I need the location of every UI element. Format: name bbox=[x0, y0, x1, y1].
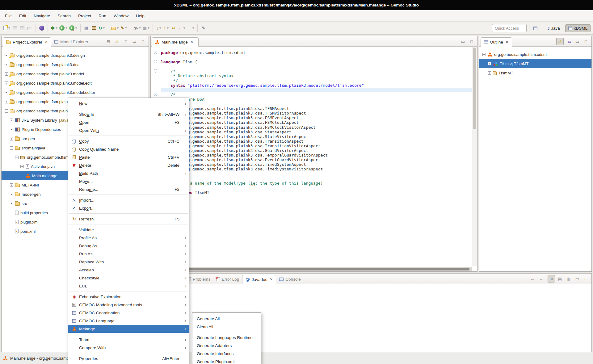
submenu-item-generate-adapters[interactable]: Generate Adapters bbox=[192, 341, 261, 349]
maximize-icon[interactable]: □ bbox=[139, 38, 147, 45]
tree-item[interactable]: +org.gemoc.sample.tfsm.plaink3.model bbox=[2, 69, 149, 78]
submenu-item-clean-all[interactable]: Clean All bbox=[192, 323, 261, 331]
minimize-icon[interactable]: ▭ bbox=[459, 38, 467, 45]
menu-item-copy-qualified-name[interactable]: Copy Qualified Name bbox=[68, 145, 189, 153]
debug-button[interactable]: ✱ bbox=[50, 24, 58, 32]
expander-icon[interactable]: + bbox=[488, 71, 491, 75]
tab-console[interactable]: Console bbox=[276, 274, 304, 284]
minimize-icon[interactable]: ▭ bbox=[574, 275, 581, 282]
menu-item-checkstyle[interactable]: Checkstyle› bbox=[68, 274, 189, 282]
expander-icon[interactable]: + bbox=[10, 119, 13, 122]
close-icon[interactable]: ✕ bbox=[506, 40, 509, 44]
menu-item-gemoc-modeling-advanced-tools[interactable]: MGEMOC Modeling advanced tools› bbox=[68, 301, 189, 309]
tab-javadoc[interactable]: @ Javadoc ✕ bbox=[242, 275, 276, 284]
fold-collapse-icon[interactable]: − bbox=[154, 69, 157, 73]
refresh-site-button[interactable]: ↻ bbox=[98, 24, 106, 32]
horizontal-scrollbar[interactable] bbox=[151, 267, 472, 271]
menu-item-delete[interactable]: ✖DeleteDelete bbox=[68, 161, 189, 169]
outline-item[interactable]: +TfsmMT bbox=[479, 68, 591, 77]
expander-icon[interactable]: + bbox=[488, 62, 491, 65]
link-with-editor-icon[interactable]: ⇄ bbox=[113, 38, 121, 45]
new-melange-project-button[interactable]: ▧ bbox=[83, 24, 90, 32]
menu-item-refresh[interactable]: ↻RefreshF5 bbox=[68, 215, 189, 223]
run-external-tools-button[interactable]: ▶ bbox=[69, 24, 78, 32]
forward-history-button[interactable]: → bbox=[187, 24, 195, 32]
expander-icon[interactable]: + bbox=[10, 202, 13, 205]
back-icon[interactable]: ← bbox=[529, 275, 536, 282]
submenu-item-generate-languages-runtime[interactable]: Generate Languages Runtime bbox=[192, 333, 261, 341]
expander-icon[interactable]: + bbox=[10, 183, 13, 187]
menubar-item-project[interactable]: Project bbox=[74, 10, 95, 21]
menu-item-acceleo[interactable]: Acceleo› bbox=[68, 266, 189, 274]
minimize-icon[interactable]: ▭ bbox=[574, 38, 581, 45]
new-wizard-button[interactable] bbox=[3, 24, 11, 32]
skip-breakpoints-button[interactable]: ≫ bbox=[133, 24, 141, 32]
forward-icon[interactable]: → bbox=[537, 275, 545, 282]
menu-item-compare-with[interactable]: Compare With› bbox=[68, 344, 189, 352]
view-menu-icon[interactable]: ▽ bbox=[122, 38, 129, 45]
close-icon[interactable]: ✕ bbox=[190, 40, 193, 44]
minimize-icon[interactable]: ▭ bbox=[131, 38, 138, 45]
collapse-all-icon[interactable]: ⊟ bbox=[105, 38, 112, 45]
maximize-icon[interactable]: □ bbox=[582, 38, 590, 45]
menu-item-team[interactable]: Team› bbox=[68, 336, 189, 344]
open-input-icon[interactable]: ▥ bbox=[565, 275, 572, 282]
tree-item[interactable]: +org.gemoc.sample.tfsm.plaink3.design bbox=[2, 51, 149, 60]
pin-editor-button[interactable]: ✎ bbox=[200, 24, 207, 32]
tab-error-log[interactable]: Error Log bbox=[213, 274, 242, 284]
menu-item-import[interactable]: ↘Import... bbox=[68, 196, 189, 204]
menu-item-new[interactable]: New› bbox=[68, 99, 189, 107]
grid-view-button[interactable]: ▦ bbox=[142, 24, 150, 32]
scrollbar-thumb[interactable] bbox=[152, 268, 469, 270]
edit-search-button[interactable]: ✎ bbox=[120, 24, 128, 32]
menu-item-open-with[interactable]: Open With› bbox=[68, 126, 189, 134]
fold-collapse-icon[interactable]: − bbox=[154, 93, 157, 96]
menu-item-replace-with[interactable]: Replace With› bbox=[68, 258, 189, 266]
menu-item-exhaustive-exploration[interactable]: ◉Exhaustive Exploration› bbox=[68, 293, 189, 301]
submenu-item-generate-plugin-xml[interactable]: Generate Plugin.xml bbox=[192, 358, 261, 364]
open-attached-javadoc-icon[interactable]: ▤ bbox=[556, 275, 564, 282]
menubar-item-window[interactable]: Window bbox=[110, 10, 132, 21]
fold-collapse-icon[interactable]: − bbox=[154, 51, 157, 54]
expander-icon[interactable]: − bbox=[10, 146, 13, 150]
expander-icon[interactable]: + bbox=[5, 72, 8, 76]
run-button[interactable]: ▶ bbox=[59, 24, 68, 32]
menu-item-properties[interactable]: PropertiesAlt+Enter bbox=[68, 354, 189, 362]
prev-annotation-button[interactable]: ↑ bbox=[163, 24, 170, 32]
menu-item-debug-as[interactable]: Debug As› bbox=[68, 242, 189, 250]
expander-icon[interactable]: + bbox=[10, 137, 13, 140]
expander-icon[interactable]: − bbox=[15, 156, 19, 159]
code-editor[interactable]: −package org.gemoc.sample.tfsm.xdsml−lan… bbox=[151, 47, 472, 267]
close-icon[interactable]: ✕ bbox=[270, 277, 273, 282]
fold-collapse-icon[interactable]: − bbox=[154, 60, 157, 63]
expander-icon[interactable]: + bbox=[5, 82, 8, 85]
close-icon[interactable]: ✕ bbox=[45, 40, 48, 44]
menubar-item-search[interactable]: Search bbox=[54, 10, 74, 21]
menu-item-rename[interactable]: Rename...F2 bbox=[68, 185, 189, 193]
submenu-item-generate-interfaces[interactable]: Generate Interfaces bbox=[192, 349, 261, 358]
expander-icon[interactable]: − bbox=[482, 53, 486, 56]
tab-outline[interactable]: Outline ✕ bbox=[481, 37, 512, 47]
expander-icon[interactable]: + bbox=[10, 128, 13, 131]
back-history-button[interactable]: ← bbox=[178, 24, 186, 32]
tree-item[interactable]: +org.gemoc.sample.tfsm.plaink3.dsa bbox=[2, 60, 149, 69]
expander-icon[interactable]: + bbox=[10, 193, 13, 196]
last-edit-location-button[interactable]: ↩ bbox=[170, 24, 177, 32]
tree-item[interactable]: +org.gemoc.sample.tfsm.plaink3.model.edi… bbox=[2, 78, 149, 88]
open-perspective-button[interactable] bbox=[532, 24, 539, 32]
menu-item-gemoc-language[interactable]: GEMOC Language› bbox=[68, 317, 189, 325]
menubar-item-help[interactable]: Help bbox=[132, 10, 148, 21]
perspective-java-button[interactable]: J Java bbox=[545, 25, 563, 32]
link-with-editor-icon[interactable]: ⇄ bbox=[556, 38, 564, 45]
expander-icon[interactable]: − bbox=[5, 109, 8, 113]
open-search-button[interactable] bbox=[111, 24, 119, 32]
show-javadoc-view-icon[interactable]: ⊞ bbox=[548, 275, 555, 282]
maximize-icon[interactable]: □ bbox=[582, 275, 590, 282]
expander-icon[interactable]: + bbox=[20, 165, 24, 168]
menu-item-paste[interactable]: PasteCtrl+V bbox=[68, 153, 189, 161]
submenu-item-generate-all[interactable]: Generate All bbox=[192, 315, 261, 323]
expander-icon[interactable]: + bbox=[5, 54, 8, 57]
maximize-icon[interactable]: □ bbox=[468, 38, 475, 45]
vertical-scrollbar[interactable] bbox=[472, 47, 477, 266]
menu-item-build-path[interactable]: Build Path› bbox=[68, 169, 189, 177]
